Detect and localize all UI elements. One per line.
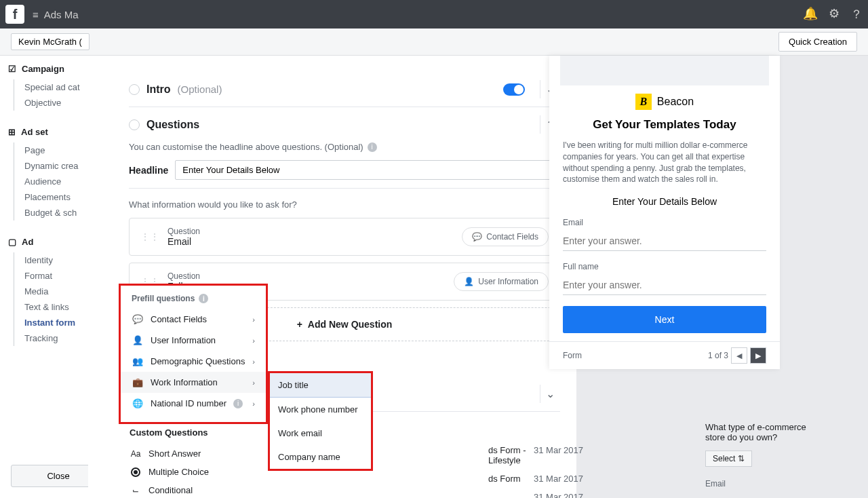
briefcase-icon: 💼 [132,377,144,387]
question-card-email[interactable]: ⋮⋮ Question Email 💬 Contact Fields [129,218,560,256]
grid-icon: ⊞ [8,127,16,137]
headline-input[interactable] [175,160,560,180]
preview-hero-image [560,56,769,85]
bell-icon[interactable]: 🔔 [803,6,818,22]
fullname-label: Full name [563,262,766,271]
contact-fields-chip[interactable]: 💬 Contact Fields [462,227,549,246]
page-indicator: 1 of 3 [708,351,728,360]
radio-icon[interactable] [129,119,140,130]
hamburger-icon[interactable]: ≡ [33,9,39,20]
chevron-right-icon: › [252,337,255,345]
custom-questions-section: Custom Questions Aa Short Answer Multipl… [119,421,268,498]
globe-icon: 🌐 [132,398,144,408]
form-label: Form [563,351,582,360]
background-preview: What type of e-commerce store do you own… [705,422,827,498]
info-prompt: What information would you like to ask f… [129,199,560,210]
info-icon[interactable]: i [368,142,377,152]
updown-icon: ⇅ [738,454,745,463]
user-icon: 👤 [132,335,144,345]
square-icon: ▢ [8,237,16,247]
checkbox-icon: ☑ [8,64,16,74]
fullname-input[interactable] [563,275,766,295]
submenu-work-email[interactable]: Work email [270,421,371,445]
submenu-work-phone[interactable]: Work phone number [270,398,371,421]
table-row[interactable]: ds Form - Lifestyle31 Mar 2017 [488,441,583,470]
chevron-right-icon: › [252,315,255,324]
preview-subheadline: Enter Your Details Below [549,196,780,218]
prefill-work-info[interactable]: 💼 Work Information › [121,372,266,393]
form-preview-panel: B Beacon Get Your Templates Today I've b… [549,56,780,369]
prefill-national-id[interactable]: 🌐 National ID number i › [121,393,266,414]
select-dropdown[interactable]: Select⇅ [705,451,752,467]
intro-toggle[interactable] [503,83,525,96]
custom-conditional[interactable]: ⌙ Conditional [130,481,257,498]
optional-label: (Optional) [178,83,222,95]
prefill-questions-menu: Prefill questions i 💬 Contact Fields › 👤… [119,284,268,424]
questions-description: You can customise the headline above que… [129,142,560,152]
info-icon[interactable]: i [199,294,208,303]
chevron-down-icon[interactable]: ⌄ [540,385,560,403]
table-row[interactable]: ds Form31 Mar 2017 [488,470,583,488]
preview-description: I've been writing for multi million doll… [549,140,780,196]
secondary-bar: Kevin McGrath ( Quick Creation [0,28,868,56]
custom-multiple-choice[interactable]: Multiple Choice [130,463,257,481]
chevron-right-icon: › [252,358,255,366]
drag-handle-icon[interactable]: ⋮⋮ [140,231,159,242]
prefill-demographic[interactable]: 👥 Demographic Questions › [121,351,266,372]
facebook-logo-icon[interactable]: f [5,5,24,24]
prev-page-button[interactable]: ◀ [731,347,747,364]
custom-questions-title: Custom Questions [130,427,257,438]
gear-icon[interactable]: ⚙ [829,6,840,22]
top-navbar: f ≡ Ads Ma 🔔 ⚙ ？ [0,0,868,28]
custom-short-answer[interactable]: Aa Short Answer [130,444,257,463]
user-icon: 👤 [464,277,474,286]
preview-heading: Get Your Templates Today [549,118,780,140]
submenu-company-name[interactable]: Company name [270,445,371,469]
questions-section-title: Questions [146,119,199,131]
branch-icon: ⌙ [130,486,142,495]
submenu-job-title[interactable]: Job title [270,373,371,398]
prefill-menu-title: Prefill questions i [121,294,266,309]
brand-icon: B [635,94,652,110]
nav-title: ≡ Ads Ma [33,9,79,20]
intro-section-title: Intro [146,83,171,96]
quick-creation-button[interactable]: Quick Creation [778,32,857,52]
plus-icon: + [297,319,302,330]
table-row[interactable]: 31 Mar 2017 [488,488,583,498]
background-form-list: ds Form - Lifestyle31 Mar 2017 ds Form31… [488,441,583,498]
chevron-right-icon: › [252,379,255,387]
help-icon[interactable]: ？ [850,6,863,22]
text-icon: Aa [130,449,142,459]
work-info-submenu: Job title Work phone number Work email C… [268,371,373,471]
headline-label: Headline [129,165,168,176]
account-selector[interactable]: Kevin McGrath ( [11,33,90,50]
chat-icon: 💬 [472,232,482,242]
user-info-chip[interactable]: 👤 User Information [454,272,549,291]
next-page-button[interactable]: ▶ [750,347,766,364]
brand-name: Beacon [657,96,694,108]
info-icon[interactable]: i [233,399,243,408]
email-input[interactable] [563,231,766,251]
chevron-right-icon: › [252,400,255,408]
preview-next-button[interactable]: Next [563,306,766,333]
radio-icon[interactable] [129,84,140,95]
chat-icon: 💬 [132,314,144,324]
email-label: Email [563,218,766,227]
radio-filled-icon [130,467,142,477]
prefill-contact-fields[interactable]: 💬 Contact Fields › [121,309,266,330]
prefill-user-info[interactable]: 👤 User Information › [121,330,266,351]
people-icon: 👥 [132,356,144,366]
